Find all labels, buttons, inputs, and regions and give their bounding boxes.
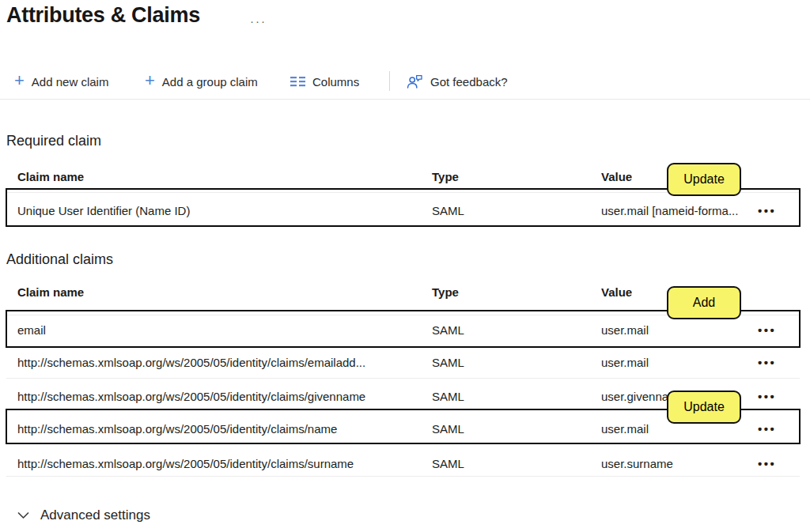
required-claim-row[interactable]: Unique User Identifier (Name ID) SAML us… xyxy=(0,202,810,220)
got-feedback-button[interactable]: Got feedback? xyxy=(407,71,508,92)
row-menu-button[interactable]: ••• xyxy=(758,388,776,406)
add-new-claim-label: Add new claim xyxy=(32,75,109,89)
column-header-claim-name: Claim name xyxy=(17,284,84,301)
claim-name-cell: http://schemas.xmlsoap.org/ws/2005/05/id… xyxy=(17,421,337,438)
row-menu-button[interactable]: ••• xyxy=(758,202,776,220)
claim-name-cell: http://schemas.xmlsoap.org/ws/2005/05/id… xyxy=(17,354,365,372)
annotation-callout-update-name: Update xyxy=(667,391,741,424)
toolbar-divider xyxy=(0,99,810,100)
columns-icon xyxy=(290,76,305,87)
claim-row-email[interactable]: email SAML user.mail ••• xyxy=(0,322,810,339)
divider xyxy=(6,476,800,477)
toolbar-separator xyxy=(389,71,390,91)
got-feedback-label: Got feedback? xyxy=(430,75,508,89)
annotation-callout-add-email: Add xyxy=(667,286,741,319)
claim-type-cell: SAML xyxy=(432,388,464,406)
advanced-settings-toggle[interactable]: Advanced settings xyxy=(17,507,150,523)
claim-type-cell: SAML xyxy=(432,202,464,220)
claim-value-cell: user.mail [nameid-forma... xyxy=(601,202,738,220)
claim-name-cell: Unique User Identifier (Name ID) xyxy=(17,202,190,220)
claim-type-cell: SAML xyxy=(432,354,464,372)
claim-value-cell: user.mail xyxy=(601,354,649,372)
claim-type-cell: SAML xyxy=(432,455,464,473)
add-group-claim-button[interactable]: + Add a group claim xyxy=(145,71,258,92)
add-new-claim-button[interactable]: + Add new claim xyxy=(14,71,108,92)
row-menu-button[interactable]: ••• xyxy=(758,455,776,473)
advanced-settings-label: Advanced settings xyxy=(40,507,150,523)
row-menu-button[interactable]: ••• xyxy=(758,354,776,372)
row-menu-button[interactable]: ••• xyxy=(758,421,776,438)
additional-claims-heading: Additional claims xyxy=(6,251,113,268)
page-title: Attributes & Claims xyxy=(6,3,200,28)
claim-value-cell: user.mail xyxy=(601,322,649,339)
claim-name-cell: http://schemas.xmlsoap.org/ws/2005/05/id… xyxy=(17,388,365,406)
columns-label: Columns xyxy=(312,75,359,89)
claim-type-cell: SAML xyxy=(432,322,464,339)
claim-name-cell: http://schemas.xmlsoap.org/ws/2005/05/id… xyxy=(17,455,354,473)
chevron-down-icon xyxy=(17,511,29,519)
divider xyxy=(6,378,800,379)
claim-type-cell: SAML xyxy=(432,421,464,438)
attributes-claims-page: Attributes & Claims ··· + Add new claim … xyxy=(0,0,810,532)
claim-row-emailaddress[interactable]: http://schemas.xmlsoap.org/ws/2005/05/id… xyxy=(0,354,810,372)
column-header-value: Value xyxy=(601,168,632,186)
column-header-type: Type xyxy=(432,168,459,186)
required-claim-heading: Required claim xyxy=(6,133,101,149)
claim-row-surname[interactable]: http://schemas.xmlsoap.org/ws/2005/05/id… xyxy=(0,455,810,473)
add-group-claim-label: Add a group claim xyxy=(162,75,258,89)
column-header-claim-name: Claim name xyxy=(17,168,84,186)
annotation-callout-update-required: Update xyxy=(667,163,741,196)
more-options-button[interactable]: ··· xyxy=(247,13,270,29)
feedback-icon xyxy=(407,74,423,89)
row-menu-button[interactable]: ••• xyxy=(758,322,776,339)
columns-button[interactable]: Columns xyxy=(290,71,359,92)
plus-icon: + xyxy=(14,73,25,89)
column-header-value: Value xyxy=(601,284,632,301)
plus-icon: + xyxy=(145,73,155,89)
claim-value-cell: user.surname xyxy=(601,455,673,473)
column-header-type: Type xyxy=(432,284,459,301)
claim-name-cell: email xyxy=(17,322,46,339)
claim-value-cell: user.mail xyxy=(601,421,649,438)
